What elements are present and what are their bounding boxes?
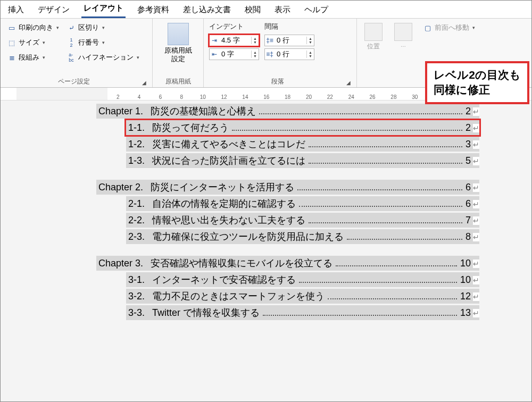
tab-参考資料[interactable]: 参考資料 xyxy=(135,3,171,18)
space-before-input[interactable] xyxy=(275,36,306,45)
toc-chapter[interactable]: Chapter 2.防災にインターネットを活用する6↵ xyxy=(96,180,479,195)
toc-leader xyxy=(299,282,457,283)
ruler-tick: 12 xyxy=(213,94,235,100)
tab-校閲[interactable]: 校閲 xyxy=(243,3,263,18)
toc-title: 防災って何だろう xyxy=(152,121,229,134)
toc-entry[interactable]: 2-1.自治体の情報を定期的に確認する6↵ xyxy=(126,196,479,211)
group-page-setup: ▭ 印刷の向き ▾ ⬚ サイズ ▾ ≣ 段組み ▾ ⤶ 区切り xyxy=(1,19,153,87)
ruler-tick: 26 xyxy=(362,94,383,100)
toc-leader xyxy=(297,189,462,190)
ribbon: ▭ 印刷の向き ▾ ⬚ サイズ ▾ ≣ 段組み ▾ ⤶ 区切り xyxy=(1,19,531,88)
indent-left-spinner[interactable]: ⇥ ▲▼ xyxy=(209,35,259,46)
orientation-icon: ▭ xyxy=(7,23,16,32)
space-after-input[interactable] xyxy=(275,50,306,59)
space-after-spinner[interactable]: ≡‡ ▲▼ xyxy=(264,48,314,60)
wrap-text-button: … xyxy=(392,22,414,52)
chevron-down-icon: ▾ xyxy=(137,55,139,60)
size-button[interactable]: ⬚ サイズ ▾ xyxy=(6,37,60,48)
ruler-tick: 20 xyxy=(298,94,320,100)
tab-差し込み文書[interactable]: 差し込み文書 xyxy=(181,3,233,18)
line-numbers-button[interactable]: 12 行番号 ▾ xyxy=(65,37,140,48)
indent-right-input[interactable] xyxy=(219,50,251,59)
paragraph-mark-icon: ↵ xyxy=(473,259,479,268)
paragraph-mark-icon: ↵ xyxy=(473,140,479,149)
toc-chapter[interactable]: Chapter 1.防災の基礎知識と心構え2↵ xyxy=(96,104,479,119)
indent-left-input[interactable] xyxy=(219,36,251,45)
dialog-launcher-icon[interactable]: ◢ xyxy=(346,79,351,86)
wrap-label: … xyxy=(401,42,406,48)
columns-icon: ≣ xyxy=(7,53,16,62)
orientation-button[interactable]: ▭ 印刷の向き ▾ xyxy=(6,22,60,34)
tab-レイアウト[interactable]: レイアウト xyxy=(81,1,126,18)
group-caption-page-setup: ページ設定 xyxy=(6,76,142,86)
hyphenation-button[interactable]: a-bc ハイフネーション ▾ xyxy=(65,52,140,63)
chevron-down-icon: ▾ xyxy=(102,25,105,30)
ruler-tick: 6 xyxy=(150,94,171,100)
toc-page: 5 xyxy=(464,155,472,166)
columns-button[interactable]: ≣ 段組み ▾ xyxy=(6,52,60,63)
toc-leader xyxy=(309,163,462,164)
wrap-icon xyxy=(394,23,412,41)
chevron-down-icon: ▾ xyxy=(43,55,45,60)
spinner-arrows[interactable]: ▲▼ xyxy=(251,51,259,58)
group-caption-genkou: 原稿用紙 xyxy=(158,76,198,86)
columns-label: 段組み xyxy=(19,53,39,62)
toc-number: 3-3. xyxy=(126,307,152,319)
orientation-label: 印刷の向き xyxy=(19,23,53,32)
toc-title: 防災の基礎知識と心構え xyxy=(151,105,256,118)
ruler-tick: 18 xyxy=(277,94,298,100)
tab-表示[interactable]: 表示 xyxy=(272,3,293,18)
bring-forward-button: ▢ 前面へ移動 ▾ xyxy=(422,22,476,34)
toc-page: 3 xyxy=(464,139,472,150)
genkou-settings-button[interactable]: 原稿用紙 設定 xyxy=(162,22,194,64)
toc-chapter[interactable]: Chapter 3.安否確認や情報収集にモバイルを役立てる10↵ xyxy=(96,256,479,271)
ruler-tick: 14 xyxy=(235,94,256,100)
chevron-down-icon: ▾ xyxy=(472,25,475,30)
toc-title: 状況に合った防災計画を立てるには xyxy=(152,154,305,167)
position-button: 位置 xyxy=(362,22,385,52)
toc-entry[interactable]: 1-1.防災って何だろう2↵ xyxy=(126,120,479,135)
toc-page: 7 xyxy=(464,215,472,226)
indent-right-spinner[interactable]: ⇤ ▲▼ xyxy=(209,48,259,60)
paragraph-mark-icon: ↵ xyxy=(473,216,479,225)
document-area[interactable]: Chapter 1.防災の基礎知識と心構え2↵1-1.防災って何だろう2↵1-2… xyxy=(1,100,531,402)
indent-right-icon: ⇤ xyxy=(210,51,219,58)
annotation-line1: レベル2の目次も xyxy=(434,68,521,82)
breaks-button[interactable]: ⤶ 区切り ▾ xyxy=(65,22,140,34)
annotation-callout: レベル2の目次も 同様に修正 xyxy=(425,61,529,104)
ruler-tick: 2 xyxy=(107,94,129,100)
paragraph-mark-icon: ↵ xyxy=(473,233,479,241)
toc-title: 電力確保に役立つツールを防災用品に加える xyxy=(152,230,344,243)
toc-entry[interactable]: 2-3.電力確保に役立つツールを防災用品に加える8↵ xyxy=(126,229,479,244)
chevron-down-icon: ▾ xyxy=(43,40,45,45)
spacing-header: 間隔 xyxy=(264,22,314,32)
tab-デザイン[interactable]: デザイン xyxy=(36,3,72,18)
spinner-arrows[interactable]: ▲▼ xyxy=(306,51,314,58)
dialog-launcher-icon[interactable]: ◢ xyxy=(142,79,147,86)
toc-entry[interactable]: 1-3.状況に合った防災計画を立てるには5↵ xyxy=(126,153,479,168)
toc-entry[interactable]: 3-3.Twitter で情報を収集する13↵ xyxy=(126,305,479,320)
toc-page: 10 xyxy=(459,274,472,286)
toc-number: 2-3. xyxy=(126,231,152,242)
toc-entry[interactable]: 1-2.災害に備えてやるべきことはコレだ3↵ xyxy=(126,137,479,152)
tab-ヘルプ[interactable]: ヘルプ xyxy=(302,3,330,18)
toc-entry[interactable]: 3-1.インターネットで安否確認をする10↵ xyxy=(126,272,479,287)
toc-leader xyxy=(328,298,457,299)
toc-number: Chapter 2. xyxy=(96,182,151,193)
page: Chapter 1.防災の基礎知識と心構え2↵1-1.防災って何だろう2↵1-2… xyxy=(96,104,479,320)
toc-number: Chapter 1. xyxy=(96,106,151,117)
line-numbers-label: 行番号 xyxy=(78,38,99,47)
toc-leader xyxy=(309,146,462,147)
annotation-line2: 同様に修正 xyxy=(434,82,521,97)
toc-entry[interactable]: 2-2.情報や思い出を失わない工夫をする7↵ xyxy=(126,213,479,228)
group-caption-paragraph: 段落 xyxy=(209,76,346,86)
tab-挿入[interactable]: 挿入 xyxy=(6,3,26,18)
paragraph-mark-icon: ↵ xyxy=(473,200,479,208)
spinner-arrows[interactable]: ▲▼ xyxy=(251,37,259,44)
spinner-arrows[interactable]: ▲▼ xyxy=(306,37,314,44)
space-before-spinner[interactable]: ‡≡ ▲▼ xyxy=(264,35,314,46)
toc-entry[interactable]: 3-2.電力不足のときはスマートフォンを使う12↵ xyxy=(126,289,479,304)
line-numbers-icon: 12 xyxy=(66,38,76,47)
group-genkou: 原稿用紙 設定 原稿用紙 xyxy=(153,19,204,87)
toc-page: 2 xyxy=(464,106,472,117)
